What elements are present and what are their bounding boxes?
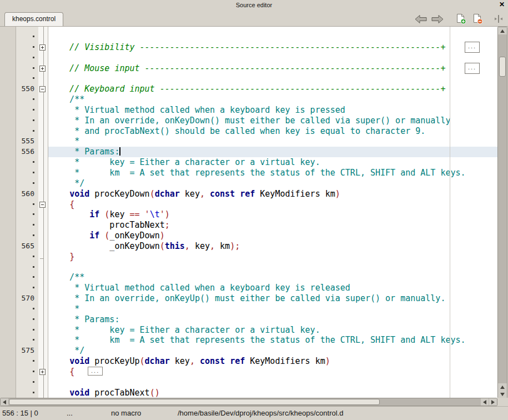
code-text[interactable]: * Params: [48,314,497,325]
code-text[interactable]: if (key == '\t') [48,209,497,220]
fold-collapse-icon[interactable] [39,86,46,92]
code-line[interactable]: * km = A set that represents the status … [16,168,497,178]
code-text[interactable]: */ [48,178,497,189]
collapsed-fold-ellipsis[interactable]: ... [465,42,480,53]
vertical-scrollbar-thumb[interactable] [499,57,506,77]
code-text[interactable]: } [48,252,497,262]
code-text[interactable] [48,53,497,63]
code-text[interactable]: void procKeyDown(dchar key, const ref Ke… [48,189,497,199]
code-line[interactable]: * and procTabNext() should be called whe… [16,126,497,137]
code-line[interactable]: // Visibility --------------------------… [16,42,497,53]
code-text[interactable]: void procKeyUp(dchar key, const ref KeyM… [48,356,497,367]
code-line[interactable]: 556 * Params: [16,147,497,157]
code-line[interactable]: 570 * In an override, onKeyUp() must eit… [16,293,497,304]
collapsed-fold-ellipsis[interactable]: ... [465,63,480,74]
back-arrow-icon[interactable] [413,13,429,25]
horizontal-scrollbar-thumb[interactable] [9,399,380,405]
collapsed-fold-ellipsis[interactable]: ... [88,367,103,376]
code-text[interactable] [48,262,497,273]
code-text[interactable]: /** [48,272,497,283]
line-number [16,32,38,42]
code-text[interactable]: * In an override, onKeyUp() must either … [48,293,497,304]
scroll-left-icon[interactable] [481,398,489,406]
fold-expand-icon[interactable] [39,369,46,375]
code-text[interactable]: */ [48,346,497,356]
code-line[interactable]: if (key == '\t') [16,209,497,220]
code-editor[interactable]: // Visibility --------------------------… [0,26,508,398]
forward-arrow-icon[interactable] [429,13,446,25]
code-text[interactable] [48,32,497,42]
code-text[interactable]: * key = Either a character or a virtual … [48,157,497,168]
tab-kheops-control[interactable]: kheops.control [4,12,63,26]
code-text[interactable]: * In an override, onKeyDown() must eithe… [48,116,497,126]
code-text[interactable]: _onKeyDown(this, key, km); [48,241,497,252]
scroll-down-icon[interactable] [498,391,507,398]
code-line[interactable]: } [16,252,497,262]
fold-expand-icon[interactable] [39,44,46,51]
code-text[interactable]: * km = A set that represents the status … [48,168,497,178]
code-text[interactable]: // Mouse input -------------------------… [48,63,497,74]
code-line[interactable]: * key = Either a character or a virtual … [16,157,497,168]
code-line[interactable] [16,53,497,63]
new-document-icon[interactable] [452,13,469,25]
code-text[interactable]: * key = Either a character or a virtual … [48,325,497,336]
code-text[interactable]: /** [48,94,497,105]
code-text[interactable]: * Virtual method called when a keyboard … [48,105,497,116]
code-line[interactable]: 555 * [16,136,497,147]
code-line[interactable]: * Virtual method called when a keyboard … [16,105,497,116]
code-line[interactable]: * km = A set that represents the status … [16,335,497,346]
scroll-up-icon[interactable] [498,27,507,34]
code-text[interactable]: * km = A set that represents the status … [48,335,497,346]
code-text[interactable]: * Params: [48,147,497,157]
code-line[interactable]: * In an override, onKeyDown() must eithe… [16,116,497,126]
vertical-scrollbar[interactable] [497,27,507,398]
code-text[interactable] [48,377,497,388]
code-line[interactable]: procTabNext; [16,220,497,231]
code-text[interactable]: { [48,199,497,210]
fold-collapse-icon[interactable] [39,202,46,208]
code-line[interactable]: */ [16,178,497,189]
code-text[interactable]: // Keyboard input ----------------------… [48,84,497,94]
scroll-right-icon[interactable] [489,398,497,406]
code-line[interactable]: * Virtual method called when a keyboard … [16,283,497,293]
code-line[interactable]: /** [16,272,497,283]
code-line[interactable]: 550 // Keyboard input ------------------… [16,84,497,94]
code-area[interactable]: // Visibility --------------------------… [16,27,497,398]
code-line[interactable] [16,262,497,273]
code-text[interactable] [48,73,497,84]
code-text[interactable]: procTabNext; [48,220,497,231]
fold-gutter [38,220,48,231]
code-text[interactable]: * and procTabNext() should be called whe… [48,126,497,137]
code-text[interactable]: // Visibility --------------------------… [48,42,497,53]
code-line[interactable]: if (_onKeyDown) [16,231,497,241]
code-line[interactable]: {... [16,367,497,377]
fold-expand-icon[interactable] [39,66,46,72]
code-line[interactable]: void procTabNext() [16,388,497,398]
code-line[interactable]: /** [16,94,497,105]
code-line[interactable] [16,377,497,388]
code-text[interactable]: * [48,136,497,147]
code-text[interactable]: * [48,304,497,314]
code-line[interactable]: void procKeyUp(dchar key, const ref KeyM… [16,356,497,367]
code-line[interactable]: 575 */ [16,346,497,356]
close-icon[interactable]: ✕ [497,0,506,9]
remove-document-icon[interactable] [469,13,486,25]
scroll-up-icon[interactable] [498,383,507,391]
code-line[interactable]: 560 void procKeyDown(dchar key, const re… [16,189,497,199]
code-line[interactable]: { [16,199,497,210]
code-line[interactable] [16,73,497,84]
code-line[interactable]: * key = Either a character or a virtual … [16,325,497,336]
code-line[interactable]: 565 _onKeyDown(this, key, km); [16,241,497,252]
code-line[interactable]: * Params: [16,314,497,325]
code-text[interactable]: void procTabNext() [48,388,497,398]
line-number [16,231,38,241]
code-line[interactable]: * [16,304,497,314]
code-text[interactable]: * Virtual method called when a keyboard … [48,283,497,293]
code-line[interactable]: // Mouse input -------------------------… [16,63,497,74]
code-line[interactable] [16,32,497,42]
code-text[interactable]: if (_onKeyDown) [48,231,497,241]
code-text[interactable]: {... [48,367,497,377]
scroll-left-icon[interactable] [1,398,8,406]
horizontal-scrollbar[interactable] [0,398,497,406]
detach-splitter-icon[interactable] [492,13,505,25]
